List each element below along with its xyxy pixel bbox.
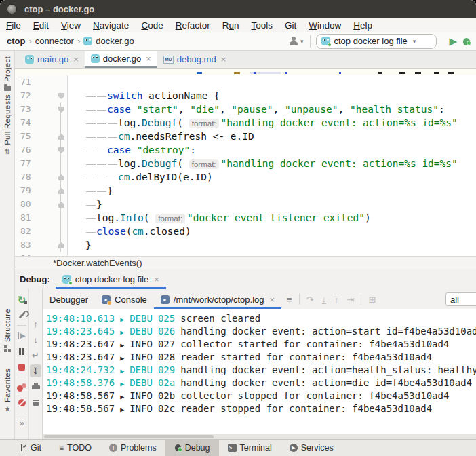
sidebar-item-pull-requests[interactable]: Pull Requests ⇅ xyxy=(0,94,15,155)
resume-button[interactable]: ▶ xyxy=(16,329,28,342)
more-actions-button[interactable]: » xyxy=(16,417,28,430)
fold-column xyxy=(53,116,68,130)
breadcrumb-package[interactable]: connector xyxy=(35,36,74,46)
next-occurrence-button[interactable]: ↓ xyxy=(30,333,41,346)
print-button[interactable] xyxy=(30,380,41,393)
fold-marker-icon[interactable] xyxy=(58,147,64,153)
fold-marker-icon[interactable] xyxy=(58,242,64,248)
soft-wrap-button[interactable]: ↵ xyxy=(30,349,41,362)
menu-file[interactable]: File xyxy=(0,20,27,31)
code-token: "handling docker event: action=%s id=%s" xyxy=(221,117,458,128)
structure-stripe-label: Structure xyxy=(3,309,12,342)
fold-marker-icon[interactable] xyxy=(58,107,64,113)
debug-run-button[interactable] xyxy=(462,37,471,45)
clear-all-button[interactable] xyxy=(30,396,41,408)
menu-edit[interactable]: Edit xyxy=(27,20,55,31)
log-console[interactable]: 19:48:10.613▶DEBU025screen cleared19:48:… xyxy=(43,309,476,439)
tab-debugger[interactable]: Debugger xyxy=(43,289,95,309)
fold-column xyxy=(53,184,68,197)
tab-label: docker.go xyxy=(103,54,141,64)
statusbar-debug[interactable]: Debug xyxy=(165,440,219,456)
sidebar-item-structure[interactable]: Structure xyxy=(0,309,15,352)
run-configuration-select[interactable]: ctop docker log file ▾ xyxy=(316,34,437,49)
fold-marker-icon[interactable] xyxy=(58,188,64,194)
sidebar-item-favorites[interactable]: Favorites ★ xyxy=(0,368,15,413)
code-text: close(cm.closed) xyxy=(68,225,191,238)
step-out-icon[interactable]: ↑ xyxy=(334,294,339,304)
scrollbar-thumb[interactable] xyxy=(44,435,214,438)
stop-button[interactable] xyxy=(16,360,28,373)
menu-tools[interactable]: Tools xyxy=(245,20,279,31)
debug-session-tab[interactable]: ctop docker log file × xyxy=(56,269,166,289)
step-over-icon[interactable]: ↷ xyxy=(306,295,314,304)
code-token: "health_status" xyxy=(350,104,439,115)
settings-wrench-icon[interactable] xyxy=(16,309,28,322)
fold-marker-icon[interactable] xyxy=(58,134,64,140)
menu-navigate[interactable]: Navigate xyxy=(87,20,135,31)
problems-icon: ! xyxy=(109,444,117,452)
statusbar-git[interactable]: Git xyxy=(11,440,50,456)
step-into-icon[interactable]: ↓ xyxy=(322,294,327,304)
code-editor[interactable]: 7172switch actionName {73case "start", "… xyxy=(15,69,476,256)
close-icon[interactable]: × xyxy=(269,294,275,305)
code-line: 80} xyxy=(15,197,476,211)
menu-code[interactable]: Code xyxy=(135,20,169,31)
context-method[interactable]: *Docker.watchEvents() xyxy=(53,258,142,268)
menu-view[interactable]: View xyxy=(55,20,87,31)
fold-marker-icon[interactable] xyxy=(58,93,64,99)
statusbar-problems[interactable]: ! Problems xyxy=(100,440,165,456)
code-line: 71 xyxy=(15,75,476,89)
debug-panel-header: Debug: ctop docker log file × xyxy=(15,269,476,289)
evaluate-grid-icon[interactable]: ⊞ xyxy=(368,295,376,304)
scroll-to-end-button[interactable]: ↧ xyxy=(30,364,41,377)
debug-panel-label: Debug: xyxy=(20,274,50,284)
statusbar-terminal[interactable]: >_ Terminal xyxy=(219,440,281,456)
tab-whitespace-icon xyxy=(97,164,106,165)
rerun-button[interactable]: ↻ xyxy=(16,293,28,306)
menu-git[interactable]: Git xyxy=(279,20,302,31)
close-icon[interactable]: × xyxy=(146,54,151,64)
code-text: switch actionName { xyxy=(68,89,220,102)
code-token: log. xyxy=(118,158,142,169)
tab-whitespace-icon xyxy=(86,96,96,97)
mute-breakpoints-button[interactable] xyxy=(16,396,28,409)
hamburger-menu-icon[interactable]: ≡ xyxy=(287,295,292,304)
sidebar-item-project[interactable]: Project xyxy=(0,56,15,91)
fold-marker-icon[interactable] xyxy=(58,202,64,208)
menu-help[interactable]: Help xyxy=(347,20,378,31)
user-avatar-icon[interactable] xyxy=(289,37,299,46)
log-level-filter-select[interactable]: all xyxy=(445,292,476,306)
close-icon[interactable]: × xyxy=(73,54,79,64)
menu-refactor[interactable]: Refactor xyxy=(170,20,216,31)
left-tool-stripe: Project Pull Requests ⇅ Structure Favori… xyxy=(0,51,15,439)
statusbar-todo[interactable]: ≡ TODO xyxy=(50,440,100,456)
log-arrow-icon: ▶ xyxy=(120,354,124,362)
menu-window[interactable]: Window xyxy=(302,20,347,31)
toolbar-divider xyxy=(310,35,311,48)
run-button[interactable]: ▶ xyxy=(449,36,457,46)
tab-debug-md[interactable]: MD debug.md × xyxy=(157,51,232,68)
tab-console[interactable]: ▸ Console xyxy=(95,289,154,309)
close-icon[interactable]: × xyxy=(221,54,226,64)
console-actions-toolbar: ↑ ↓ ↵ ↧ xyxy=(29,289,43,439)
breadcrumb-file[interactable]: docker.go xyxy=(96,36,134,46)
close-icon[interactable]: × xyxy=(154,274,159,284)
pause-button[interactable] xyxy=(16,345,28,358)
tab-main-go[interactable]: main.go × xyxy=(19,51,85,68)
fold-marker-icon[interactable] xyxy=(58,174,64,180)
tab-log-file[interactable]: ▸ /mnt/work/ctop/ctop.log × xyxy=(154,289,281,309)
menu-run[interactable]: Run xyxy=(216,20,245,31)
run-to-cursor-icon[interactable]: ⇥ xyxy=(347,295,355,304)
tab-whitespace-icon xyxy=(86,205,96,206)
tab-docker-go[interactable]: docker.go × xyxy=(85,51,157,68)
window-button-icon[interactable] xyxy=(7,4,17,14)
breadcrumb-project[interactable]: ctop xyxy=(7,36,25,46)
view-breakpoints-button[interactable] xyxy=(16,381,28,394)
prev-occurrence-button[interactable]: ↑ xyxy=(30,318,41,330)
tab-whitespace-icon xyxy=(108,164,117,165)
statusbar-services[interactable]: ▶ Services xyxy=(281,440,342,456)
log-sequence: 027 xyxy=(158,339,175,349)
log-horizontal-scrollbar[interactable] xyxy=(43,434,476,439)
line-number: 76 xyxy=(15,143,53,157)
code-line: 82close(cm.closed) xyxy=(15,225,476,238)
